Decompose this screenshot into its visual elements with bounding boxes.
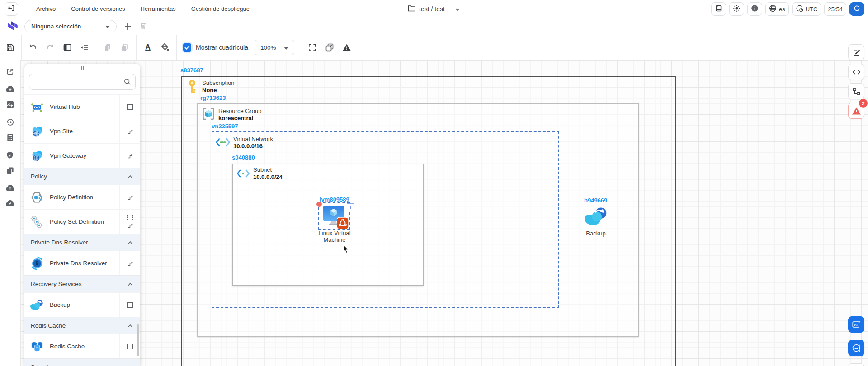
warning-button[interactable] <box>338 39 355 56</box>
virtual-network-ref-label[interactable]: vn335597 <box>212 123 238 130</box>
fullscreen-button[interactable] <box>304 39 321 56</box>
sidebar-section-search[interactable]: Search <box>24 358 140 366</box>
menu-archivo[interactable]: Archivo <box>36 5 56 12</box>
shield-check-icon[interactable] <box>2 147 18 163</box>
sidebar-section-private-dns-resolver[interactable]: Private Dns Resolver <box>24 234 140 251</box>
section-label: Private Dns Resolver <box>31 239 88 246</box>
item-indicators <box>119 144 140 168</box>
policy-definition-icon <box>24 185 50 209</box>
item-label: Policy Set Definition <box>50 210 119 234</box>
rail-divider <box>4 146 16 146</box>
hidden-bottom-button[interactable] <box>848 363 864 366</box>
resource-palette: Virtual HubVpn SiteVpn GatewayPolicyPoli… <box>24 64 140 366</box>
menu-herramientas[interactable]: Herramientas <box>141 5 176 12</box>
sidebar-item-vpn-gateway[interactable]: Vpn Gateway <box>24 143 140 168</box>
redo-button[interactable] <box>42 39 59 56</box>
outdent-button[interactable] <box>76 39 93 56</box>
undo-button[interactable] <box>24 39 42 56</box>
diagram-canvas[interactable]: s837687 Subscription None rg713623 Resou… <box>20 60 868 366</box>
menu-bar: Archivo Control de versiones Herramienta… <box>36 5 250 12</box>
connector-indicator <box>127 222 134 229</box>
selection-dropdown[interactable]: Ninguna selección <box>24 20 117 33</box>
item-label: Vpn Site <box>50 119 119 143</box>
ai-assistant-button[interactable]: AI <box>848 316 864 333</box>
selection-bar: Ninguna selección <box>0 18 868 35</box>
palette-drag-handle[interactable] <box>24 64 140 72</box>
rail-divider <box>4 179 16 179</box>
deploy-check-icon[interactable] <box>2 163 18 178</box>
group-shape-indicator <box>127 215 133 220</box>
top-bar: Archivo Control de versiones Herramienta… <box>0 0 868 18</box>
sidebar-item-backup[interactable]: Backup <box>24 292 140 317</box>
rail-divider <box>4 113 16 113</box>
exit-icon <box>7 4 15 14</box>
language-button[interactable]: es <box>765 2 789 16</box>
section-label: Search <box>31 364 50 366</box>
backup-node-icon[interactable] <box>584 205 609 229</box>
node-shape-indicator <box>127 302 133 308</box>
cloud-upload-icon[interactable] <box>2 180 18 196</box>
palette-scrollbar[interactable] <box>137 324 139 356</box>
sync-button[interactable] <box>849 2 864 16</box>
chevron-up-icon <box>127 241 133 244</box>
hierarchy-button[interactable] <box>848 83 864 99</box>
sidebar-section-redis-cache[interactable]: Redis Cache <box>24 317 140 334</box>
menu-control-versiones[interactable]: Control de versiones <box>71 5 125 12</box>
time-display[interactable]: 25:54 <box>824 2 846 16</box>
image-export-icon[interactable] <box>2 97 18 112</box>
toggle-panel-button[interactable] <box>59 39 76 56</box>
toolbar-divider <box>21 35 22 60</box>
sidebar-item-private-dns-resolver[interactable]: Private Dns Resolver <box>24 251 140 275</box>
svg-text:AI: AI <box>854 323 857 327</box>
toolbar-divider <box>96 35 96 60</box>
subnet-ref-label[interactable]: s040880 <box>232 154 255 161</box>
toolbar-divider <box>136 35 137 60</box>
zoom-select[interactable]: 100% <box>255 40 294 55</box>
sidebar-item-policy-set-definition[interactable]: Policy Set Definition <box>24 209 140 234</box>
timezone-label: UTC <box>806 6 818 13</box>
calculator-icon[interactable] <box>2 130 18 145</box>
sync-icon <box>853 5 861 14</box>
cloud-bolt-icon[interactable] <box>2 196 18 211</box>
notes-button[interactable] <box>848 44 864 61</box>
sidebar-item-redis-cache[interactable]: Redis Cache <box>24 334 140 358</box>
backup-ref-label[interactable]: b949669 <box>584 197 607 204</box>
docs-button[interactable] <box>711 2 726 16</box>
resource-group-ref-label[interactable]: rg713623 <box>200 94 226 101</box>
delete-selection-button[interactable] <box>139 22 147 32</box>
info-button[interactable] <box>747 2 762 16</box>
search-input[interactable] <box>29 74 136 90</box>
sidebar-item-virtual-hub[interactable]: Virtual Hub <box>24 94 140 119</box>
item-label: Policy Definition <box>50 185 119 209</box>
item-indicators <box>119 95 140 119</box>
sidebar-item-policy-definition[interactable]: Policy Definition <box>24 185 140 209</box>
feedback-chat-button[interactable] <box>848 340 864 356</box>
vm-ref-label[interactable]: lvm809589 <box>320 196 349 203</box>
sidebar-item-vpn-site[interactable]: Vpn Site <box>24 119 140 143</box>
subscription-ref-label[interactable]: s837687 <box>180 67 203 74</box>
show-grid-label: Mostrar cuadrícula <box>196 44 248 51</box>
timezone-button[interactable]: UTC <box>792 2 821 16</box>
project-selector[interactable]: test / test <box>408 0 460 18</box>
menu-gestion-despliegue[interactable]: Gestión de despliegue <box>191 5 250 12</box>
open-external-icon[interactable] <box>2 64 18 79</box>
warnings-button[interactable]: 2 <box>848 103 864 119</box>
add-selection-button[interactable] <box>124 23 132 31</box>
save-button[interactable] <box>1 39 19 56</box>
fill-color-button[interactable] <box>156 39 174 56</box>
rail-divider <box>4 80 16 80</box>
history-icon[interactable] <box>2 114 18 130</box>
theme-button[interactable] <box>729 2 744 16</box>
cloud-download-icon[interactable] <box>2 81 18 97</box>
exit-button[interactable] <box>5 2 18 16</box>
show-grid-checkbox[interactable] <box>183 43 191 52</box>
sidebar-section-recovery-services[interactable]: Recovery Services <box>24 275 140 292</box>
copy-button[interactable] <box>99 39 116 56</box>
sidebar-section-policy[interactable]: Policy <box>24 168 140 185</box>
font-color-button[interactable]: A <box>139 39 156 56</box>
deploy-check-button[interactable] <box>321 39 338 56</box>
code-view-button[interactable] <box>848 64 864 80</box>
vm-add-button[interactable]: + <box>347 203 354 211</box>
resource-group-icon <box>201 107 216 123</box>
paste-button[interactable] <box>116 39 133 56</box>
